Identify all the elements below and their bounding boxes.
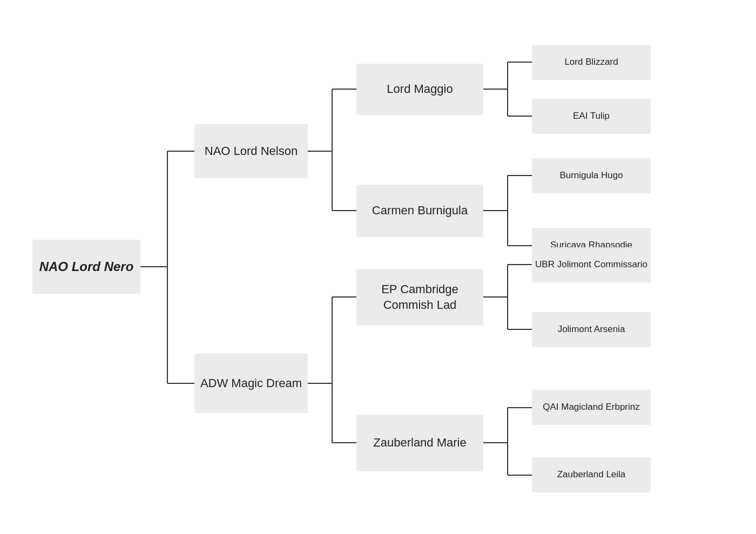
node-ubr-jolimont-label: UBR Jolimont Commissario	[535, 259, 647, 271]
node-lord-maggio: Lord Maggio	[356, 64, 483, 115]
node-carmen-burnigula-label: Carmen Burnigula	[372, 203, 468, 219]
node-qai-magicland-label: QAI Magicland Erbprinz	[543, 401, 640, 413]
node-ubr-jolimont: UBR Jolimont Commissario	[532, 247, 651, 282]
node-eai-tulip: EAI Tulip	[532, 99, 651, 134]
node-nao-lord-nelson-label: NAO Lord Nelson	[205, 144, 298, 159]
node-root-label: NAO Lord Nero	[39, 258, 134, 275]
node-jolimont-arsenia-label: Jolimont Arsenia	[558, 323, 625, 335]
node-lord-maggio-label: Lord Maggio	[387, 82, 453, 97]
node-nao-lord-nelson: NAO Lord Nelson	[194, 124, 308, 178]
node-jolimont-arsenia: Jolimont Arsenia	[532, 312, 651, 347]
node-adw-magic-dream: ADW Magic Dream	[194, 354, 308, 413]
node-root: NAO Lord Nero	[32, 240, 140, 294]
node-zauberland-leila: Zauberland Leila	[532, 457, 651, 492]
node-ep-cambridge-label: EP Cambridge Commish Lad	[356, 282, 483, 313]
node-adw-magic-dream-label: ADW Magic Dream	[200, 376, 302, 391]
node-burnigula-hugo-label: Burnigula Hugo	[559, 170, 623, 181]
node-lord-blizzard-label: Lord Blizzard	[564, 56, 618, 68]
node-ep-cambridge: EP Cambridge Commish Lad	[356, 269, 483, 326]
node-zauberland-marie: Zauberland Marie	[356, 415, 483, 471]
node-burnigula-hugo: Burnigula Hugo	[532, 158, 651, 193]
node-qai-magicland: QAI Magicland Erbprinz	[532, 390, 651, 425]
node-lord-blizzard: Lord Blizzard	[532, 45, 651, 80]
node-eai-tulip-label: EAI Tulip	[573, 110, 610, 122]
node-zauberland-marie-label: Zauberland Marie	[373, 435, 466, 451]
pedigree-chart: NAO Lord Nero NAO Lord Nelson ADW Magic …	[0, 0, 756, 534]
node-zauberland-leila-label: Zauberland Leila	[557, 469, 626, 481]
node-carmen-burnigula: Carmen Burnigula	[356, 185, 483, 237]
